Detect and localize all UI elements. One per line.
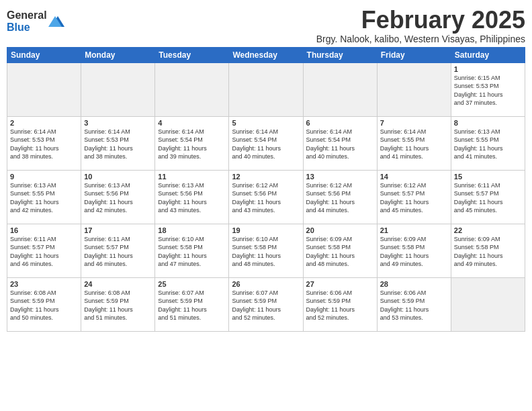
day-info: Sunrise: 6:12 AM Sunset: 5:57 PM Dayligh… — [380, 181, 448, 215]
day-cell: 12Sunrise: 6:12 AM Sunset: 5:56 PM Dayli… — [229, 170, 303, 224]
day-number: 14 — [380, 173, 448, 181]
day-info: Sunrise: 6:14 AM Sunset: 5:54 PM Dayligh… — [306, 128, 374, 161]
header-cell: Saturday — [451, 47, 525, 62]
day-info: Sunrise: 6:13 AM Sunset: 5:55 PM Dayligh… — [454, 128, 522, 161]
week-row: 23Sunrise: 6:08 AM Sunset: 5:59 PM Dayli… — [7, 277, 525, 331]
day-number: 12 — [232, 173, 300, 181]
day-info: Sunrise: 6:09 AM Sunset: 5:58 PM Dayligh… — [454, 235, 522, 269]
week-row: 16Sunrise: 6:11 AM Sunset: 5:57 PM Dayli… — [7, 224, 525, 277]
page: General Blue February 2025 Brgy. Nalook,… — [0, 0, 532, 411]
day-cell: 21Sunrise: 6:09 AM Sunset: 5:58 PM Dayli… — [377, 224, 451, 277]
day-info: Sunrise: 6:14 AM Sunset: 5:53 PM Dayligh… — [84, 128, 152, 161]
day-info: Sunrise: 6:06 AM Sunset: 5:59 PM Dayligh… — [380, 289, 448, 322]
day-number: 7 — [380, 119, 448, 127]
day-cell: 4Sunrise: 6:14 AM Sunset: 5:54 PM Daylig… — [155, 116, 229, 170]
day-number: 21 — [380, 226, 448, 234]
day-number: 1 — [454, 65, 522, 73]
day-number: 28 — [380, 280, 448, 288]
day-info: Sunrise: 6:14 AM Sunset: 5:54 PM Dayligh… — [158, 128, 226, 161]
day-cell — [377, 62, 451, 116]
day-info: Sunrise: 6:14 AM Sunset: 5:54 PM Dayligh… — [232, 128, 300, 161]
day-number: 23 — [10, 280, 78, 288]
header-area: General Blue February 2025 Brgy. Nalook,… — [7, 7, 525, 44]
day-cell: 25Sunrise: 6:07 AM Sunset: 5:59 PM Dayli… — [155, 277, 229, 331]
day-cell: 22Sunrise: 6:09 AM Sunset: 5:58 PM Dayli… — [451, 224, 525, 277]
day-cell — [81, 62, 155, 116]
day-cell: 14Sunrise: 6:12 AM Sunset: 5:57 PM Dayli… — [377, 170, 451, 224]
day-number: 4 — [158, 119, 226, 127]
day-number: 19 — [232, 226, 300, 234]
day-cell: 19Sunrise: 6:10 AM Sunset: 5:58 PM Dayli… — [229, 224, 303, 277]
day-cell: 6Sunrise: 6:14 AM Sunset: 5:54 PM Daylig… — [303, 116, 377, 170]
day-cell — [7, 62, 81, 116]
header-row: SundayMondayTuesdayWednesdayThursdayFrid… — [7, 47, 525, 62]
day-cell: 16Sunrise: 6:11 AM Sunset: 5:57 PM Dayli… — [7, 224, 81, 277]
day-info: Sunrise: 6:09 AM Sunset: 5:58 PM Dayligh… — [306, 235, 374, 269]
day-number: 18 — [158, 226, 226, 234]
day-info: Sunrise: 6:14 AM Sunset: 5:53 PM Dayligh… — [10, 128, 78, 161]
day-cell: 5Sunrise: 6:14 AM Sunset: 5:54 PM Daylig… — [229, 116, 303, 170]
day-info: Sunrise: 6:11 AM Sunset: 5:57 PM Dayligh… — [454, 181, 522, 215]
day-cell: 24Sunrise: 6:08 AM Sunset: 5:59 PM Dayli… — [81, 277, 155, 331]
day-number: 6 — [306, 119, 374, 127]
calendar-subtitle: Brgy. Nalook, kalibo, Western Visayas, P… — [316, 34, 525, 44]
week-row: 1Sunrise: 6:15 AM Sunset: 5:53 PM Daylig… — [7, 62, 525, 116]
day-info: Sunrise: 6:14 AM Sunset: 5:55 PM Dayligh… — [380, 128, 448, 161]
day-number: 17 — [84, 226, 152, 234]
day-cell: 23Sunrise: 6:08 AM Sunset: 5:59 PM Dayli… — [7, 277, 81, 331]
day-number: 10 — [84, 173, 152, 181]
day-info: Sunrise: 6:13 AM Sunset: 5:56 PM Dayligh… — [84, 181, 152, 215]
day-cell: 20Sunrise: 6:09 AM Sunset: 5:58 PM Dayli… — [303, 224, 377, 277]
logo-general: General — [7, 9, 47, 21]
day-number: 2 — [10, 119, 78, 127]
week-row: 9Sunrise: 6:13 AM Sunset: 5:55 PM Daylig… — [7, 170, 525, 224]
day-info: Sunrise: 6:15 AM Sunset: 5:53 PM Dayligh… — [454, 74, 522, 107]
day-info: Sunrise: 6:07 AM Sunset: 5:59 PM Dayligh… — [232, 289, 300, 322]
day-info: Sunrise: 6:08 AM Sunset: 5:59 PM Dayligh… — [10, 289, 78, 322]
day-info: Sunrise: 6:12 AM Sunset: 5:56 PM Dayligh… — [232, 181, 300, 215]
day-cell: 18Sunrise: 6:10 AM Sunset: 5:58 PM Dayli… — [155, 224, 229, 277]
day-cell — [451, 277, 525, 331]
day-cell — [303, 62, 377, 116]
day-number: 16 — [10, 226, 78, 234]
header-cell: Thursday — [303, 47, 377, 62]
calendar-table: SundayMondayTuesdayWednesdayThursdayFrid… — [7, 47, 525, 332]
day-number: 13 — [306, 173, 374, 181]
day-cell: 9Sunrise: 6:13 AM Sunset: 5:55 PM Daylig… — [7, 170, 81, 224]
day-info: Sunrise: 6:06 AM Sunset: 5:59 PM Dayligh… — [306, 289, 374, 322]
day-cell: 2Sunrise: 6:14 AM Sunset: 5:53 PM Daylig… — [7, 116, 81, 170]
week-row: 2Sunrise: 6:14 AM Sunset: 5:53 PM Daylig… — [7, 116, 525, 170]
day-number: 24 — [84, 280, 152, 288]
day-cell: 10Sunrise: 6:13 AM Sunset: 5:56 PM Dayli… — [81, 170, 155, 224]
logo: General Blue — [7, 9, 64, 33]
day-cell: 27Sunrise: 6:06 AM Sunset: 5:59 PM Dayli… — [303, 277, 377, 331]
day-number: 27 — [306, 280, 374, 288]
header-cell: Sunday — [7, 47, 81, 62]
logo-text: General Blue — [7, 9, 47, 33]
header-cell: Wednesday — [229, 47, 303, 62]
day-cell — [155, 62, 229, 116]
day-number: 9 — [10, 173, 78, 181]
day-cell: 8Sunrise: 6:13 AM Sunset: 5:55 PM Daylig… — [451, 116, 525, 170]
day-cell: 13Sunrise: 6:12 AM Sunset: 5:56 PM Dayli… — [303, 170, 377, 224]
day-info: Sunrise: 6:09 AM Sunset: 5:58 PM Dayligh… — [380, 235, 448, 269]
day-cell: 28Sunrise: 6:06 AM Sunset: 5:59 PM Dayli… — [377, 277, 451, 331]
header-cell: Monday — [81, 47, 155, 62]
logo-icon — [48, 13, 64, 30]
day-cell: 11Sunrise: 6:13 AM Sunset: 5:56 PM Dayli… — [155, 170, 229, 224]
day-cell: 1Sunrise: 6:15 AM Sunset: 5:53 PM Daylig… — [451, 62, 525, 116]
day-number: 26 — [232, 280, 300, 288]
day-number: 5 — [232, 119, 300, 127]
day-cell — [229, 62, 303, 116]
day-info: Sunrise: 6:11 AM Sunset: 5:57 PM Dayligh… — [84, 235, 152, 269]
day-number: 8 — [454, 119, 522, 127]
day-info: Sunrise: 6:13 AM Sunset: 5:56 PM Dayligh… — [158, 181, 226, 215]
day-info: Sunrise: 6:07 AM Sunset: 5:59 PM Dayligh… — [158, 289, 226, 322]
day-info: Sunrise: 6:12 AM Sunset: 5:56 PM Dayligh… — [306, 181, 374, 215]
day-number: 20 — [306, 226, 374, 234]
day-number: 3 — [84, 119, 152, 127]
day-info: Sunrise: 6:10 AM Sunset: 5:58 PM Dayligh… — [158, 235, 226, 269]
day-number: 22 — [454, 226, 522, 234]
day-info: Sunrise: 6:10 AM Sunset: 5:58 PM Dayligh… — [232, 235, 300, 269]
logo-blue: Blue — [7, 21, 47, 34]
